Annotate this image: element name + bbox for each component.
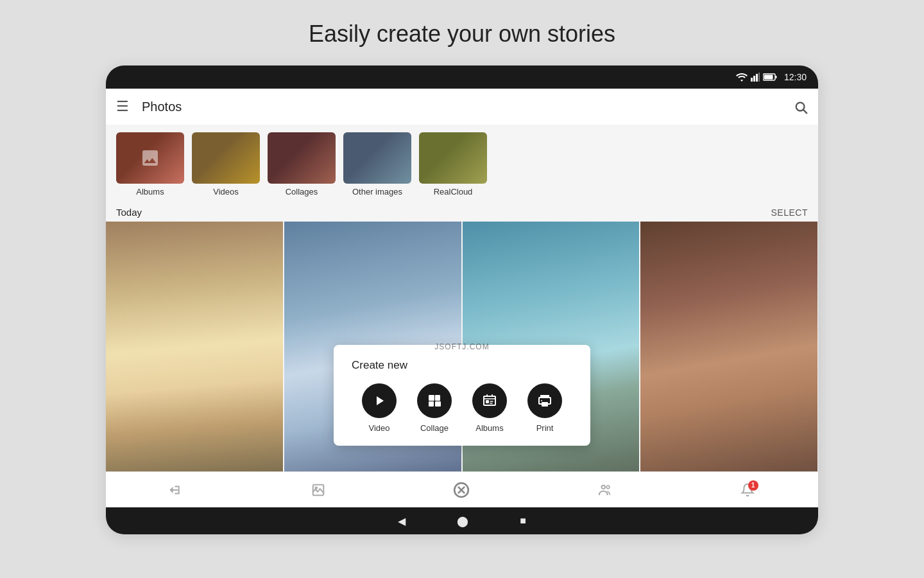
app-title: Photos	[142, 100, 794, 114]
photo-jeep-girl[interactable]	[106, 222, 283, 471]
svg-rect-6	[775, 76, 776, 78]
svg-rect-12	[429, 401, 434, 407]
nav-photos[interactable]	[311, 483, 325, 497]
category-realcloud-thumb	[419, 132, 487, 184]
svg-rect-17	[542, 402, 548, 407]
bell-badge: 1	[748, 480, 758, 491]
action-albums-label: Albums	[475, 423, 503, 433]
action-video-icon	[362, 383, 397, 418]
category-albums-thumb	[116, 132, 184, 184]
category-other-label: Other images	[352, 187, 402, 197]
svg-rect-13	[435, 401, 441, 407]
category-other[interactable]: Other images	[343, 132, 411, 197]
android-home[interactable]: ⬤	[457, 515, 468, 527]
page-headline: Easily create your own stories	[309, 21, 615, 48]
popup-actions: Video Collage	[352, 383, 572, 433]
search-icon[interactable]	[794, 98, 808, 115]
svg-rect-10	[429, 395, 434, 401]
nav-people[interactable]	[597, 483, 613, 497]
svg-rect-5	[764, 75, 773, 80]
svg-point-27	[606, 486, 610, 489]
nav-close-circle[interactable]	[453, 482, 470, 498]
svg-rect-2	[756, 74, 758, 82]
action-albums[interactable]: Albums	[472, 383, 507, 433]
svg-rect-3	[758, 73, 760, 82]
android-recents[interactable]: ■	[520, 515, 526, 527]
status-icons: 12:30	[736, 72, 807, 82]
action-collage[interactable]: Collage	[417, 383, 452, 433]
action-print-icon	[527, 383, 562, 418]
category-videos-label: Videos	[213, 187, 239, 197]
svg-point-22	[316, 487, 318, 489]
photo-grid: JSOFTJ.COM Create new Video	[106, 222, 818, 471]
status-bar: 12:30	[106, 66, 818, 89]
category-realcloud-label: RealCloud	[434, 187, 473, 197]
battery-icon	[763, 73, 777, 81]
svg-rect-1	[753, 76, 755, 82]
nav-share[interactable]	[169, 483, 184, 497]
category-albums[interactable]: Albums	[116, 132, 184, 197]
svg-point-26	[601, 485, 605, 489]
category-realcloud[interactable]: RealCloud	[419, 132, 487, 197]
category-collages-label: Collages	[286, 187, 318, 197]
device-frame: 12:30 ☰ Photos Albums	[106, 66, 818, 534]
menu-icon[interactable]: ☰	[116, 98, 129, 115]
today-header: Today SELECT	[106, 202, 818, 222]
action-video-label: Video	[368, 423, 389, 433]
svg-rect-11	[435, 395, 440, 401]
bottom-nav: 1	[106, 471, 818, 507]
top-bar: ☰ Photos	[106, 89, 818, 125]
category-videos-thumb	[192, 132, 260, 184]
today-label: Today	[116, 207, 142, 218]
category-row: Albums Videos Collages Other images	[106, 125, 818, 202]
status-time: 12:30	[784, 72, 807, 82]
svg-point-18	[541, 400, 542, 401]
create-new-popup[interactable]: Create new Video	[334, 345, 590, 446]
action-collage-icon	[417, 383, 452, 418]
action-collage-label: Collage	[420, 423, 449, 433]
action-video[interactable]: Video	[362, 383, 397, 433]
popup-title: Create new	[352, 359, 572, 372]
svg-marker-9	[377, 396, 384, 405]
category-collages-thumb	[268, 132, 336, 184]
category-collages[interactable]: Collages	[268, 132, 336, 197]
wifi-icon	[736, 73, 748, 82]
svg-line-8	[803, 110, 807, 113]
android-back[interactable]: ◀	[398, 515, 406, 527]
category-videos[interactable]: Videos	[192, 132, 260, 197]
nav-bell[interactable]: 1	[740, 483, 755, 497]
select-button[interactable]: SELECT	[771, 207, 808, 218]
category-albums-label: Albums	[136, 187, 164, 197]
svg-rect-0	[751, 78, 753, 82]
action-albums-icon	[472, 383, 507, 418]
photo-couple-atv[interactable]	[640, 222, 817, 471]
svg-rect-15	[486, 400, 489, 403]
android-nav-bar: ◀ ⬤ ■	[106, 507, 818, 534]
app-content: ☰ Photos Albums	[106, 89, 818, 507]
action-print-label: Print	[536, 423, 554, 433]
action-print[interactable]: Print	[527, 383, 562, 433]
signal-icon	[751, 73, 760, 82]
category-other-thumb	[343, 132, 411, 184]
